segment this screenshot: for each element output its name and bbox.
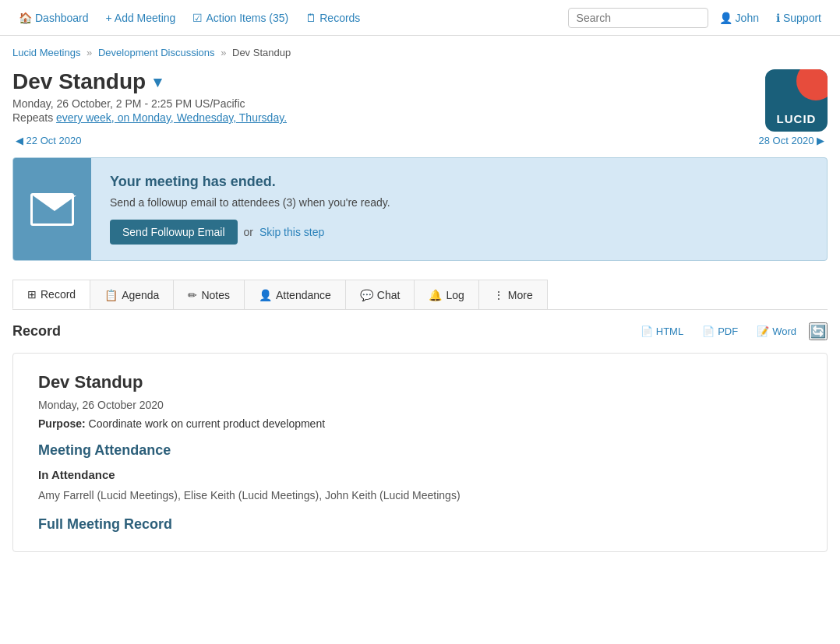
nav-dashboard-label: Dashboard	[35, 12, 89, 24]
nav-action-items[interactable]: ☑ Action Items (35)	[186, 9, 295, 27]
refresh-button[interactable]: 🔄	[809, 322, 828, 340]
main-content: LUCID Dev Standup ▾ Monday, 26 October, …	[0, 69, 840, 577]
chat-icon: 💬	[360, 289, 373, 301]
dots-icon: ⋮	[493, 289, 504, 301]
meeting-repeat: Repeats every week, on Monday, Wednesday…	[12, 111, 828, 124]
user-icon: 👤	[719, 12, 732, 24]
in-attendance-label: In Attendance	[38, 468, 802, 481]
breadcrumb-sep1: »	[86, 47, 92, 58]
navbar: 🏠 Dashboard + Add Meeting ☑ Action Items…	[0, 0, 840, 36]
pdf-icon: 📄	[702, 326, 715, 337]
purpose-text: Coordinate work on current product devel…	[89, 417, 326, 430]
list-icon: 📋	[104, 289, 118, 301]
logo-text: LUCID	[777, 112, 817, 125]
tab-agenda-label: Agenda	[122, 289, 159, 301]
logo-container: LUCID	[765, 69, 828, 132]
tab-record[interactable]: ⊞ Record	[12, 280, 90, 309]
purpose-label: Purpose:	[38, 417, 86, 430]
home-icon: 🏠	[19, 12, 32, 24]
tab-notes[interactable]: ✏ Notes	[173, 280, 245, 309]
banner-description: Send a followup email to attendees (3) w…	[110, 196, 390, 209]
nav-support-label: Support	[783, 12, 821, 24]
nav-user[interactable]: 👤 John	[713, 9, 765, 27]
next-date-link[interactable]: 28 Oct 2020 ▶	[759, 135, 824, 146]
html-button[interactable]: 📄 HTML	[634, 322, 690, 340]
record-actions: 📄 HTML 📄 PDF 📝 Word 🔄	[634, 322, 828, 340]
info-icon: ℹ	[776, 12, 780, 24]
record-section-title: Record	[12, 323, 61, 340]
html-label: HTML	[656, 326, 683, 337]
nav-records[interactable]: 🗒 Records	[299, 9, 366, 27]
envelope-icon	[30, 193, 74, 226]
breadcrumb: Lucid Meetings » Development Discussions…	[0, 36, 840, 63]
record-doc-date: Monday, 26 October 2020	[38, 399, 802, 411]
record-doc-purpose: Purpose: Coordinate work on current prod…	[38, 417, 802, 430]
tab-more-label: More	[508, 289, 533, 301]
page-title: Dev Standup ▾	[12, 69, 828, 94]
breadcrumb-sep2: »	[221, 47, 226, 58]
nav-action-items-label: Action Items (35)	[206, 12, 288, 24]
tabs-bar: ⊞ Record 📋 Agenda ✏ Notes 👤 Attendance 💬…	[12, 280, 828, 310]
pdf-label: PDF	[718, 326, 738, 337]
logo-box: LUCID	[765, 69, 828, 132]
word-button[interactable]: 📝 Word	[750, 322, 803, 340]
meeting-date: Monday, 26 October, 2 PM - 2:25 PM US/Pa…	[12, 97, 828, 110]
nav-user-label: John	[736, 12, 759, 24]
record-doc-title: Dev Standup	[38, 372, 802, 392]
attendance-user-icon: 👤	[259, 289, 272, 301]
meeting-title-text: Dev Standup	[12, 69, 146, 94]
checkbox-icon: ☑	[192, 12, 203, 24]
table-icon: ⊞	[27, 288, 37, 301]
banner-title: Your meeting has ended.	[110, 174, 390, 190]
title-dropdown-icon[interactable]: ▾	[154, 72, 161, 91]
tab-attendance-label: Attendance	[276, 289, 331, 301]
word-icon: 📝	[757, 326, 769, 337]
tab-notes-label: Notes	[201, 289, 230, 301]
record-header: Record 📄 HTML 📄 PDF 📝 Word 🔄	[12, 322, 828, 340]
record-section: Record 📄 HTML 📄 PDF 📝 Word 🔄 Dev Stand	[12, 310, 828, 565]
breadcrumb-series-link[interactable]: Development Discussions	[98, 47, 215, 58]
banner-content: Your meeting has ended. Send a followup …	[91, 158, 409, 260]
nav-add-meeting[interactable]: + Add Meeting	[100, 9, 182, 27]
record-card: Dev Standup Monday, 26 October 2020 Purp…	[12, 353, 828, 552]
tab-log[interactable]: 🔔 Log	[414, 280, 478, 309]
tab-chat-label: Chat	[377, 289, 401, 301]
skip-step-link[interactable]: Skip this step	[259, 226, 324, 238]
nav-records-label: Records	[319, 12, 360, 24]
nav-support[interactable]: ℹ Support	[770, 9, 828, 27]
html-doc-icon: 📄	[641, 326, 653, 337]
search-input[interactable]	[568, 8, 708, 28]
tab-agenda[interactable]: 📋 Agenda	[90, 280, 174, 309]
pdf-button[interactable]: 📄 PDF	[696, 322, 744, 340]
pencil-icon: ✏	[188, 289, 197, 301]
attendees-list: Amy Farrell (Lucid Meetings), Elise Keit…	[38, 487, 802, 504]
ended-banner: Your meeting has ended. Send a followup …	[12, 157, 828, 261]
word-label: Word	[772, 326, 796, 337]
breadcrumb-current: Dev Standup	[232, 47, 291, 58]
tab-record-label: Record	[41, 288, 76, 301]
prev-date-link[interactable]: ◀ 22 Oct 2020	[16, 135, 81, 146]
banner-icon-area	[13, 158, 91, 260]
tab-attendance[interactable]: 👤 Attendance	[244, 280, 346, 309]
date-nav: ◀ 22 Oct 2020 28 Oct 2020 ▶	[12, 135, 828, 146]
tab-chat[interactable]: 💬 Chat	[345, 280, 415, 309]
or-text: or	[244, 226, 253, 238]
send-followup-button[interactable]: Send Followup Email	[110, 220, 238, 245]
tab-more[interactable]: ⋮ More	[478, 280, 548, 309]
breadcrumb-org-link[interactable]: Lucid Meetings	[12, 47, 80, 58]
bell-icon: 🔔	[429, 289, 442, 301]
full-meeting-record-title: Full Meeting Record	[38, 516, 802, 533]
nav-add-meeting-label: + Add Meeting	[106, 12, 176, 24]
logo-circle-decoration	[796, 69, 828, 100]
repeat-prefix: Repeats	[12, 111, 56, 124]
repeat-link[interactable]: every week, on Monday, Wednesday, Thursd…	[56, 111, 287, 124]
tab-log-label: Log	[446, 289, 464, 301]
records-icon: 🗒	[305, 12, 316, 24]
attendance-section-title: Meeting Attendance	[38, 442, 802, 459]
nav-dashboard[interactable]: 🏠 Dashboard	[12, 9, 95, 27]
